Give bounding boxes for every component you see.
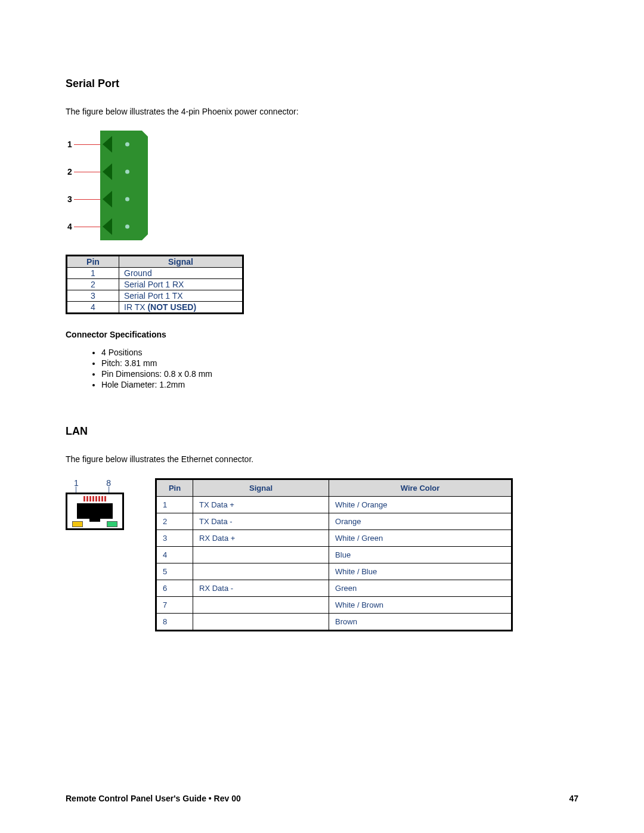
cell-signal xyxy=(193,547,329,563)
col-header-signal: Signal xyxy=(193,479,329,497)
cell-signal: Serial Port 1 RX xyxy=(119,279,243,290)
col-header-pin: Pin xyxy=(156,479,193,497)
heading-serial-port: Serial Port xyxy=(66,78,578,90)
phoenix-pin-row: 4 xyxy=(66,213,578,240)
cell-wire-color: White / Orange xyxy=(329,497,512,513)
rj45-connector-figure: 1 8 || xyxy=(66,478,119,530)
table-row: 2 Serial Port 1 RX xyxy=(67,279,243,290)
cell-signal: TX Data - xyxy=(193,513,329,530)
page-number: 47 xyxy=(569,794,578,803)
cell-signal-text: IR TX xyxy=(124,302,147,312)
phoenix-connector-figure: 1 2 3 4 xyxy=(66,131,578,240)
heading-lan: LAN xyxy=(66,425,578,438)
cell-pin: 4 xyxy=(156,547,193,563)
connector-specs-list: 4 Positions Pitch: 3.81 mm Pin Dimension… xyxy=(66,348,578,389)
lan-pinout-table: Pin Signal Wire Color 1 TX Data + White … xyxy=(155,478,513,631)
intro-lan: The figure below illustrates the Etherne… xyxy=(66,454,578,464)
phoenix-leader-line xyxy=(74,227,100,227)
phoenix-leader-line xyxy=(74,172,100,172)
cell-pin: 1 xyxy=(156,497,193,513)
table-header-row: Pin Signal Wire Color xyxy=(156,479,512,497)
cell-signal: RX Data + xyxy=(193,530,329,547)
phoenix-connector-body xyxy=(100,158,148,185)
table-row: 8 Brown xyxy=(156,614,512,631)
phoenix-connector-body xyxy=(100,213,148,240)
phoenix-connector-body xyxy=(100,185,148,213)
cell-pin: 7 xyxy=(156,597,193,614)
rj45-led-green-icon xyxy=(107,521,117,527)
cell-signal: TX Data + xyxy=(193,497,329,513)
cell-pin: 5 xyxy=(156,563,193,580)
phoenix-leader-line xyxy=(74,144,100,145)
heading-connector-specs: Connector Specifications xyxy=(66,330,578,339)
rj45-plug-icon xyxy=(77,503,113,519)
table-row: 5 White / Blue xyxy=(156,563,512,580)
content-area: Serial Port The figure below illustrates… xyxy=(66,78,578,631)
col-header-pin: Pin xyxy=(67,256,119,268)
cell-signal: RX Data - xyxy=(193,580,329,597)
cell-pin: 3 xyxy=(67,290,119,302)
list-item: Pitch: 3.81 mm xyxy=(101,358,578,368)
phoenix-pin-number: 3 xyxy=(66,194,74,204)
table-row: 1 TX Data + White / Orange xyxy=(156,497,512,513)
footer-title: Remote Control Panel User's Guide • Rev … xyxy=(66,794,241,803)
lan-layout: 1 8 || Pin Signal xyxy=(66,478,578,631)
cell-pin: 2 xyxy=(156,513,193,530)
document-page: Serial Port The figure below illustrates… xyxy=(0,0,644,833)
footer-title-prefix: Remote Control Panel User's Guide xyxy=(66,794,209,803)
table-row: 2 TX Data - Orange xyxy=(156,513,512,530)
phoenix-pin-number: 1 xyxy=(66,140,74,149)
intro-serial-port: The figure below illustrates the 4-pin P… xyxy=(66,107,578,116)
rj45-pins-icon xyxy=(71,496,119,502)
cell-wire-color: White / Green xyxy=(329,530,512,547)
phoenix-connector-body xyxy=(100,131,148,158)
cell-signal: Serial Port 1 TX xyxy=(119,290,243,302)
table-row: 3 Serial Port 1 TX xyxy=(67,290,243,302)
cell-wire-color: Brown xyxy=(329,614,512,631)
cell-signal: Ground xyxy=(119,268,243,279)
cell-wire-color: White / Blue xyxy=(329,563,512,580)
table-row: 4 Blue xyxy=(156,547,512,563)
serial-port-pinout-table: Pin Signal 1 Ground 2 Serial Port 1 RX 3… xyxy=(66,255,244,314)
cell-signal-bold: (NOT USED) xyxy=(147,302,196,312)
table-row: 6 RX Data - Green xyxy=(156,580,512,597)
rj45-body xyxy=(66,493,124,530)
cell-pin: 2 xyxy=(67,279,119,290)
table-row: 1 Ground xyxy=(67,268,243,279)
table-row: 7 White / Brown xyxy=(156,597,512,614)
cell-pin: 4 xyxy=(67,302,119,314)
cell-pin: 1 xyxy=(67,268,119,279)
cell-wire-color: Green xyxy=(329,580,512,597)
cell-pin: 6 xyxy=(156,580,193,597)
phoenix-pin-number: 2 xyxy=(66,167,74,176)
cell-signal xyxy=(193,563,329,580)
page-footer: Remote Control Panel User's Guide • Rev … xyxy=(66,794,578,803)
phoenix-pin-number: 4 xyxy=(66,222,74,231)
list-item: 4 Positions xyxy=(101,348,578,357)
phoenix-leader-line xyxy=(74,199,100,200)
table-row: 3 RX Data + White / Green xyxy=(156,530,512,547)
cell-wire-color: Orange xyxy=(329,513,512,530)
cell-wire-color: Blue xyxy=(329,547,512,563)
phoenix-pin-row: 2 xyxy=(66,158,578,185)
cell-signal: IR TX (NOT USED) xyxy=(119,302,243,314)
list-item: Hole Diameter: 1.2mm xyxy=(101,380,578,389)
phoenix-pin-row: 3 xyxy=(66,185,578,213)
cell-wire-color: White / Brown xyxy=(329,597,512,614)
cell-pin: 3 xyxy=(156,530,193,547)
col-header-wire-color: Wire Color xyxy=(329,479,512,497)
list-item: Pin Dimensions: 0.8 x 0.8 mm xyxy=(101,369,578,379)
footer-title-suffix: Rev 00 xyxy=(212,794,241,803)
table-header-row: Pin Signal xyxy=(67,256,243,268)
cell-signal xyxy=(193,597,329,614)
col-header-signal: Signal xyxy=(119,256,243,268)
table-row: 4 IR TX (NOT USED) xyxy=(67,302,243,314)
phoenix-pin-row: 1 xyxy=(66,131,578,158)
cell-pin: 8 xyxy=(156,614,193,631)
rj45-led-yellow-icon xyxy=(72,521,83,527)
cell-signal xyxy=(193,614,329,631)
